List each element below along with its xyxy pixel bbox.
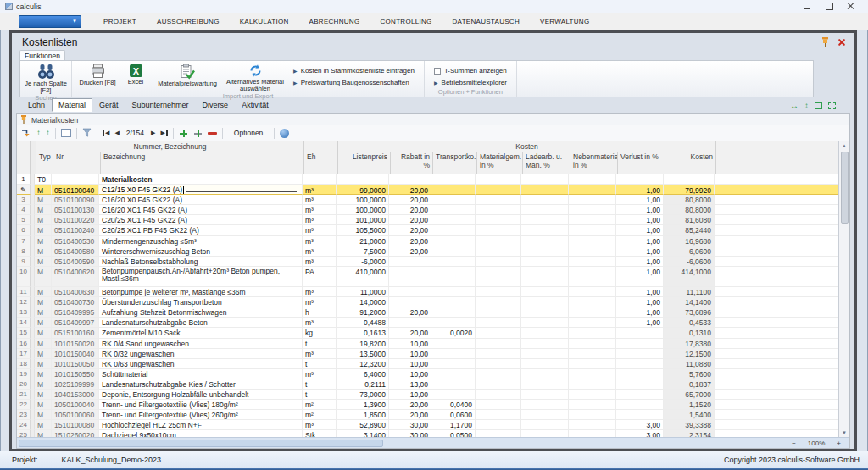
resize-horizontal-icon[interactable]: ↔ <box>790 101 798 110</box>
menu-item-controlling[interactable]: CONTROLLING <box>370 18 442 25</box>
app-menu-button[interactable]: ▼ <box>19 15 81 28</box>
column-header-kosten[interactable]: Kosten <box>665 152 716 174</box>
column-header-transportkosten[interactable]: Transportko... <box>433 152 477 174</box>
checkbox-icon[interactable] <box>434 68 441 75</box>
zoom-in-button[interactable]: + <box>837 440 841 447</box>
optionen-button[interactable]: Optionen <box>228 128 270 138</box>
menu-item-projekt[interactable]: PROJEKT <box>93 18 147 25</box>
minimize-button[interactable] <box>802 3 812 10</box>
previous-record-icon[interactable]: ◀ <box>114 130 119 136</box>
column-header-typ[interactable]: Typ <box>36 152 53 174</box>
last-record-icon[interactable]: ▶ <box>160 130 167 136</box>
table-row[interactable]: 19 M1010150550Schüttmaterial m³6,400010,… <box>17 369 849 379</box>
table-row[interactable]: 10 M0510400620Betonpumpenpausch.An-/Abfa… <box>17 267 849 287</box>
table-row[interactable]: 7 M0510400530Mindermengenzuschlag ≤5m³ m… <box>17 236 849 246</box>
link-preiswartung-baugenossenschaften[interactable]: ▶ Preiswartung Baugenossenschaften <box>293 79 415 86</box>
table-row[interactable]: 6 M0510100240C20/25 XC1 PB F45 GK22 (A) … <box>17 225 849 235</box>
link-betriebsmittelexplorer[interactable]: ▶ Betriebsmittelexplorer <box>434 79 507 86</box>
tab-diverse[interactable]: Diverse <box>196 98 236 112</box>
table-row[interactable]: 11 M0510400630Betonpumpe je weiterer m³,… <box>17 287 849 297</box>
panel-close-icon[interactable] <box>837 38 846 47</box>
table-row[interactable]: 18 M1010150050RK 0/63 ungewaschen t12,32… <box>17 359 849 369</box>
table-row[interactable]: 17 M1010150040RK 0/32 ungewaschen m³13,5… <box>17 349 849 359</box>
materialpreiswartung-button[interactable]: Materialpreiswartung <box>151 63 224 87</box>
excel-button[interactable]: X Excel <box>120 63 151 86</box>
zoom-out-button[interactable]: − <box>792 440 796 447</box>
filter-icon[interactable] <box>82 128 92 138</box>
close-button[interactable] <box>846 3 856 10</box>
menu-item-kalkulation[interactable]: KALKULATION <box>230 18 299 25</box>
resize-vertical-icon[interactable]: ↕ <box>804 101 809 110</box>
column-group-nummer-bezeichnung[interactable]: Nummer, Bezeichnung <box>36 141 304 152</box>
table-row[interactable]: 3 M0510100090C16/20 X0 F45 GK22 (A) m³10… <box>17 195 849 205</box>
cell-vl <box>616 369 664 379</box>
insert-row-icon[interactable] <box>193 129 203 138</box>
column-header-listenpreis[interactable]: Listenpreis <box>338 152 391 174</box>
column-header-verlust[interactable]: Verlust in % <box>618 152 665 174</box>
table-row[interactable]: 9 M0510400590Nachlaß Betonselbstabholung… <box>17 257 849 267</box>
column-header-rabatt[interactable]: Rabatt in % <box>391 152 433 174</box>
menu-item-verwaltung[interactable]: VERWALTUNG <box>530 18 599 25</box>
tab-lohn[interactable]: Lohn <box>21 98 52 112</box>
table-row[interactable]: 22 M1050100040Trenn- und Filtergeotextil… <box>17 400 849 410</box>
scroll-down-icon[interactable]: ▼ <box>842 429 847 437</box>
column-group-kosten[interactable]: Kosten <box>338 141 716 152</box>
link-stammkostenliste[interactable]: ▶ Kosten in Stammkostenliste eintragen <box>293 67 415 75</box>
tab-subunternehmer[interactable]: Subunternehmer <box>125 98 196 112</box>
scroll-up-icon[interactable]: ▲ <box>842 141 847 150</box>
table-row[interactable]: 5 M0510100220C20/25 XC1 F45 GK22 (A) m³1… <box>17 215 849 225</box>
cell-rb: 20,00 <box>389 328 431 338</box>
table-row[interactable]: 13 M0510409995Aufzahlung Stehzeit Betonm… <box>17 307 849 318</box>
window-icon[interactable] <box>815 102 822 109</box>
next-record-icon[interactable]: ▶ <box>151 130 155 136</box>
tab-aktivität[interactable]: Aktivität <box>235 98 275 112</box>
column-header-ladearbeit[interactable]: Ladearb. u. Man. % <box>523 152 570 174</box>
vertical-scrollbar[interactable]: ▲ ▼ <box>838 141 849 437</box>
menu-item-datenaustausch[interactable]: DATENAUSTAUSCH <box>442 18 530 25</box>
delete-row-icon[interactable] <box>208 132 217 135</box>
table-row[interactable]: 20 M1025109999Landesnaturschutzabgabe Ki… <box>17 379 849 390</box>
move-up-icon[interactable]: ↑ <box>36 129 41 137</box>
hscrollbar-thumb[interactable] <box>19 440 383 447</box>
move-top-icon[interactable]: ↑ <box>46 129 50 137</box>
print-button[interactable]: Drucken [F8] <box>75 63 120 86</box>
table-row[interactable]: 16 M1010150020RK 0/4 Sand ungewaschen t1… <box>17 339 849 349</box>
table-row[interactable]: 15 M0515100160Zementmörtel M10 Sack kg0,… <box>17 328 849 338</box>
table-icon[interactable] <box>61 129 71 137</box>
table-row[interactable]: 1 T0Materialkosten <box>17 174 849 185</box>
ribbon-tab-funktionen[interactable]: Funktionen <box>19 50 65 60</box>
add-row-icon[interactable] <box>179 129 188 138</box>
maximize-button[interactable] <box>824 3 834 10</box>
alternatives-material-button[interactable]: Alternatives Material auswählen <box>224 63 287 92</box>
cell-rb: 20,00 <box>389 410 431 420</box>
table-row[interactable]: ✎ M0510100040C12/15 X0 F45 GK22 (A) m³99… <box>17 185 849 195</box>
menubar: ▼ PROJEKTAUSSCHREIBUNGKALKULATIONABRECHN… <box>0 13 868 30</box>
fullscreen-icon[interactable] <box>828 102 836 109</box>
tab-material[interactable]: Material <box>52 98 92 112</box>
horizontal-scrollbar[interactable]: − 100% + <box>17 437 849 448</box>
cell-eh: m³ <box>303 297 337 307</box>
search-by-column-button[interactable]: Je nach Spalte [F2] <box>23 63 69 94</box>
column-header-materialgemeinkosten[interactable]: Materialgem. in % <box>477 152 523 174</box>
table-row[interactable]: 14 M0510409997Landesnaturschutzabgabe Be… <box>17 318 849 328</box>
first-record-icon[interactable]: ◀ <box>103 130 109 136</box>
column-header-bezeichnung[interactable]: Bezeichnung <box>101 152 304 174</box>
column-header-nebenmaterial[interactable]: Nebenmaterial in % <box>570 152 618 174</box>
column-header-eh[interactable]: Eh <box>304 152 338 174</box>
scrollbar-thumb[interactable] <box>841 152 849 224</box>
table-row[interactable]: 24 M1510100080Hochlochziegel HLZ 25cm N+… <box>17 420 849 430</box>
table-row[interactable]: 4 M0510100130C16/20 XC1 F45 GK22 (A) m³1… <box>17 205 849 215</box>
menu-item-abrechnung[interactable]: ABRECHNUNG <box>299 18 370 25</box>
pin-icon[interactable] <box>821 37 829 47</box>
column-header-nr[interactable]: Nr <box>53 152 101 174</box>
table-row[interactable]: 12 M0510400730Überstundenzuschlag Transp… <box>17 297 849 307</box>
menu-item-ausschreibung[interactable]: AUSSCHREIBUNG <box>147 18 230 25</box>
table-row[interactable]: 8 M0510400580Wintererschwerniszuschlag B… <box>17 246 849 257</box>
help-icon[interactable] <box>280 129 289 138</box>
table-row[interactable]: 25 M1510260020Dachziegel 9x50x10cm Stk3,… <box>17 430 849 437</box>
table-row[interactable]: 23 M1050100060Trenn- und Filtergeotextil… <box>17 410 849 420</box>
goto-row-icon[interactable] <box>20 128 31 138</box>
tsummen-checkbox-item[interactable]: T-Summen anzeigen <box>434 67 507 75</box>
table-row[interactable]: 21 M1040153000Deponie, Entsorgung Holzab… <box>17 390 849 400</box>
tab-gerät[interactable]: Gerät <box>92 98 125 112</box>
